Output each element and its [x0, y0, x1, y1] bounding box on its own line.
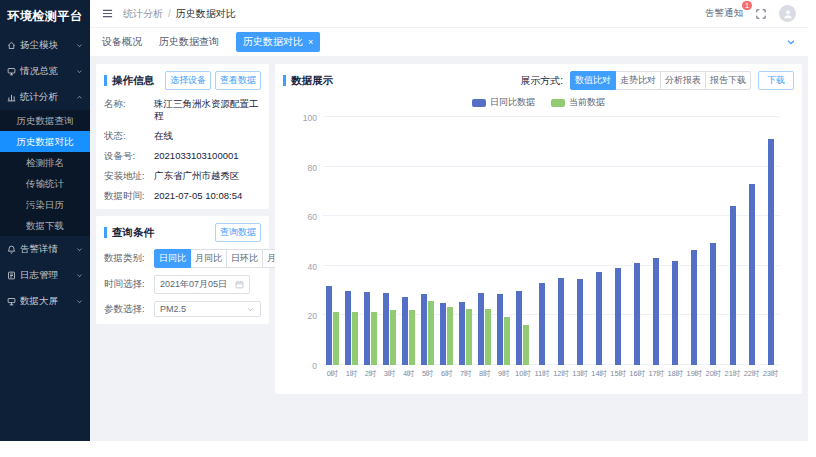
tabbar-chevron-down-icon[interactable] — [786, 37, 796, 47]
avatar[interactable] — [779, 5, 796, 22]
display-mode-radio-group: 数值比对走势比对分析报表报告下载 — [570, 71, 751, 90]
bar-日同比数据 — [710, 243, 716, 365]
query-conditions-panel: 查询条件 查询数据 数据类别: 日同比月同比日环比月环比 时间选择: 2021年… — [96, 216, 269, 324]
sidebar-item-4[interactable]: 日志管理 — [0, 262, 90, 288]
x-tick-label: 21时 — [723, 365, 742, 381]
bar-日同比数据 — [459, 302, 465, 365]
bar-当前数据 — [485, 309, 491, 365]
param-select[interactable]: PM2.5 — [154, 301, 261, 317]
time-select-label: 时间选择: — [104, 278, 154, 291]
sidebar-subitem[interactable]: 数据下载 — [0, 215, 90, 236]
breadcrumb-current: 历史数据对比 — [176, 7, 236, 21]
bar-group-23时 — [761, 117, 780, 365]
bar-当前数据 — [523, 325, 529, 365]
bar-group-20时 — [704, 117, 723, 365]
operation-info-panel: 操作信息 选择设备 查看数据 名称:珠江三角洲水资源配置工程状态:在线设备号:2… — [96, 64, 269, 209]
option-走势比对[interactable]: 走势比对 — [615, 71, 661, 90]
sidebar-subitem[interactable]: 历史数据查询 — [0, 110, 90, 131]
download-button[interactable]: 下载 — [758, 71, 794, 90]
bar-日同比数据 — [577, 279, 583, 365]
sidebar-submenu: 历史数据查询历史数据对比检测排名传输统计污染日历数据下载 — [0, 110, 90, 236]
sidebar-menu: 扬尘模块情况总览统计分析历史数据查询历史数据对比检测排名传输统计污染日历数据下载… — [0, 32, 90, 314]
fullscreen-icon[interactable] — [756, 9, 766, 19]
bar-group-5时 — [418, 117, 437, 365]
sidebar-subitem[interactable]: 污染日历 — [0, 194, 90, 215]
tab-设备概况[interactable]: 设备概况 — [102, 35, 142, 49]
x-tick-label: 1时 — [342, 365, 361, 381]
option-日同比[interactable]: 日同比 — [154, 249, 191, 268]
sidebar-subitem[interactable]: 历史数据对比 — [0, 131, 90, 152]
select-device-button[interactable]: 选择设备 — [165, 71, 211, 90]
breadcrumb-separator: / — [168, 8, 171, 19]
option-月同比[interactable]: 月同比 — [190, 249, 227, 268]
chevron-down-icon — [76, 246, 83, 253]
bar-日同比数据 — [364, 292, 370, 365]
tab-历史数据查询[interactable]: 历史数据查询 — [159, 35, 219, 49]
bar-当前数据 — [466, 309, 472, 365]
query-data-button[interactable]: 查询数据 — [215, 223, 261, 242]
bar-日同比数据 — [596, 272, 602, 365]
option-日环比[interactable]: 日环比 — [226, 249, 263, 268]
alarm-notification-link[interactable]: 告警通知 1 — [705, 7, 743, 20]
date-picker-input[interactable]: 2021年07月05日 — [154, 275, 250, 294]
info-row: 设备号:2021033103100001 — [104, 150, 261, 162]
x-tick-label: 23时 — [761, 365, 780, 381]
bar-group-10时 — [513, 117, 532, 365]
sidebar-subitem[interactable]: 传输统计 — [0, 173, 90, 194]
bar-group-22时 — [742, 117, 761, 365]
bar-group-21时 — [723, 117, 742, 365]
sidebar-item-3[interactable]: 告警详情 — [0, 236, 90, 262]
legend-swatch — [472, 99, 486, 107]
sidebar-item-5[interactable]: 数据大屏 — [0, 288, 90, 314]
legend-item-日同比数据[interactable]: 日同比数据 — [472, 96, 535, 109]
menu-fold-icon[interactable] — [102, 8, 113, 19]
option-数值比对[interactable]: 数值比对 — [570, 71, 616, 90]
sidebar-item-2[interactable]: 统计分析 — [0, 84, 90, 110]
option-报告下载[interactable]: 报告下载 — [705, 71, 751, 90]
bar-日同比数据 — [634, 263, 640, 365]
view-data-button[interactable]: 查看数据 — [215, 71, 261, 90]
stats-icon — [7, 93, 16, 102]
bar-日同比数据 — [558, 278, 564, 365]
data-display-panel: 数据展示 展示方式: 数值比对走势比对分析报表报告下载 下载 日同比数据当前数据… — [275, 64, 802, 394]
y-tick-label: 40 — [291, 262, 317, 272]
bar-group-4时 — [399, 117, 418, 365]
sidebar-subitem[interactable]: 检测排名 — [0, 152, 90, 173]
bar-当前数据 — [371, 312, 377, 365]
screen-icon — [7, 297, 16, 306]
content-area: 操作信息 选择设备 查看数据 名称:珠江三角洲水资源配置工程状态:在线设备号:2… — [90, 57, 808, 441]
sidebar-item-0[interactable]: 扬尘模块 — [0, 32, 90, 58]
bar-日同比数据 — [653, 258, 659, 365]
breadcrumb-section[interactable]: 统计分析 — [123, 7, 163, 21]
chevron-down-icon — [76, 272, 83, 279]
option-分析报表[interactable]: 分析报表 — [660, 71, 706, 90]
x-tick-label: 17时 — [647, 365, 666, 381]
bar-group-9时 — [494, 117, 513, 365]
sidebar-item-1[interactable]: 情况总览 — [0, 58, 90, 84]
x-tick-label: 7时 — [456, 365, 475, 381]
x-tick-label: 19时 — [685, 365, 704, 381]
bar-日同比数据 — [402, 297, 408, 365]
y-tick-label: 0 — [291, 361, 317, 371]
bar-日同比数据 — [497, 294, 503, 365]
bar-group-6时 — [437, 117, 456, 365]
home-icon — [7, 41, 16, 50]
bar-日同比数据 — [326, 286, 332, 365]
x-tick-label: 16时 — [628, 365, 647, 381]
bar-group-16时 — [628, 117, 647, 365]
overview-icon — [7, 67, 16, 76]
x-tick-label: 6时 — [437, 365, 456, 381]
x-tick-label: 9时 — [494, 365, 513, 381]
bar-group-0时 — [323, 117, 342, 365]
chart-plot: 020406080100 — [323, 117, 780, 365]
bar-当前数据 — [409, 310, 415, 365]
tab-历史数据对比[interactable]: 历史数据对比× — [236, 32, 320, 52]
chevron-down-icon — [76, 42, 83, 49]
bars-row — [323, 117, 780, 365]
tab-close-icon[interactable]: × — [308, 37, 313, 47]
legend-item-当前数据[interactable]: 当前数据 — [551, 96, 605, 109]
chevron-down-icon — [246, 305, 255, 314]
bar-当前数据 — [390, 310, 396, 365]
bar-日同比数据 — [615, 268, 621, 365]
bar-日同比数据 — [516, 291, 522, 365]
